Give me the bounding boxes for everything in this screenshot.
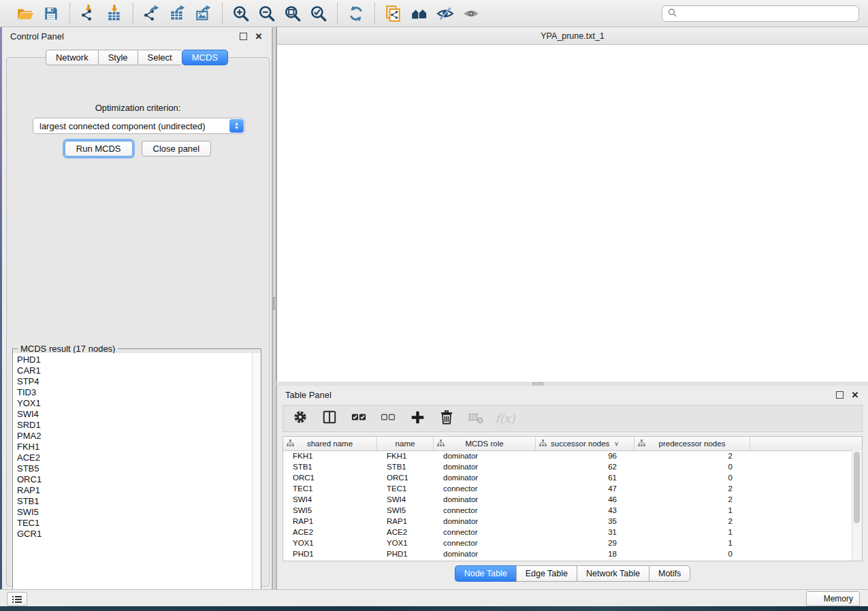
zoom-fit-button[interactable] (282, 3, 304, 24)
close-panel-button[interactable]: Close panel (142, 141, 212, 156)
mcds-result-item[interactable]: TEC1 (17, 518, 253, 529)
task-history-button[interactable] (7, 592, 27, 606)
mcds-result-item[interactable]: SRD1 (17, 420, 253, 431)
table-row[interactable]: TEC1TEC1connector472 (283, 483, 852, 494)
memory-button[interactable]: Memory (806, 591, 860, 606)
delete-table-button (467, 410, 485, 427)
import-table-button[interactable] (103, 3, 125, 24)
tab-style[interactable]: Style (98, 50, 138, 65)
table-row[interactable]: ACE2ACE2connector311 (283, 527, 852, 538)
table-row[interactable]: STB1STB1dominator620 (283, 461, 852, 472)
network-window-title: YPA_prune.txt_1 (541, 31, 605, 41)
window-minimize-icon[interactable] (298, 31, 306, 40)
mcds-result-item[interactable]: RAP1 (17, 485, 253, 496)
float-panel-icon[interactable] (238, 31, 248, 41)
mcds-result-item[interactable]: GCR1 (17, 529, 253, 540)
search-box[interactable] (662, 5, 859, 22)
refresh-button[interactable] (345, 3, 367, 24)
column-label: name (396, 440, 415, 448)
open-folder-button[interactable] (14, 3, 36, 24)
delete-button[interactable] (438, 410, 455, 427)
table-scrollbar[interactable] (852, 450, 862, 561)
table-row[interactable]: SWI5SWI5connector431 (283, 505, 852, 516)
criterion-select[interactable]: largest connected component (undirected)… (33, 118, 245, 134)
tab-mcds[interactable]: MCDS (182, 50, 228, 65)
zoom-selected-button[interactable] (308, 3, 329, 24)
close-table-panel-icon[interactable]: ✕ (850, 390, 860, 399)
refresh-icon (347, 5, 365, 22)
table-row[interactable]: RAP1RAP1dominator352 (283, 516, 852, 527)
tab-network[interactable]: Network (46, 50, 98, 65)
tab-network-table[interactable]: Network Table (577, 565, 649, 582)
hide-selection-icon (436, 5, 454, 22)
mcds-result-item[interactable]: SWI4 (17, 409, 253, 420)
window-zoom-icon[interactable] (312, 31, 321, 40)
show-columns-button[interactable] (321, 410, 338, 427)
mcds-result-item[interactable]: STB5 (17, 463, 253, 474)
cell-mcds_role: connector (434, 528, 536, 536)
tab-edge-table[interactable]: Edge Table (516, 565, 577, 582)
deselect-all-button[interactable] (379, 410, 397, 427)
table-row[interactable]: ORC1ORC1dominator610 (283, 472, 852, 483)
cell-mcds_role: dominator (434, 452, 536, 460)
zoom-out-button[interactable] (256, 3, 278, 24)
window-close-icon[interactable] (283, 31, 292, 40)
save-button[interactable] (40, 3, 62, 24)
column-header-predecessor-nodes[interactable]: predecessor nodes (634, 437, 750, 450)
export-image-button[interactable] (193, 3, 214, 24)
mcds-result-item[interactable]: ORC1 (17, 474, 253, 485)
mcds-result-item[interactable]: CAR1 (17, 365, 253, 376)
select-all-button[interactable] (350, 410, 368, 427)
show-all-button[interactable] (460, 3, 482, 24)
column-header-name[interactable]: name (377, 437, 434, 450)
mcds-result-item[interactable]: PMA2 (17, 431, 253, 442)
column-header-shared-name[interactable]: shared name (283, 437, 377, 450)
export-table-button[interactable] (167, 3, 189, 24)
table-scrollbar-thumb[interactable] (854, 452, 860, 523)
network-window-titlebar[interactable]: YPA_prune.txt_1 (277, 27, 868, 45)
table-row[interactable]: SWI4SWI4dominator462 (283, 494, 852, 505)
first-neighbors-button[interactable] (408, 3, 430, 24)
mcds-result-item[interactable]: TID3 (17, 387, 253, 398)
tab-motifs[interactable]: Motifs (649, 565, 690, 582)
cell-shared_name: FKH1 (283, 452, 377, 460)
hide-selection-button[interactable] (434, 3, 456, 24)
mcds-result-item[interactable]: PHD1 (17, 354, 253, 365)
mcds-result-item[interactable]: ACE2 (17, 452, 253, 463)
table-row[interactable]: YOX1YOX1connector291 (283, 538, 852, 548)
network-view-window: YPA_prune.txt_1 (276, 27, 868, 382)
cell-successor_nodes: 31 (536, 528, 634, 536)
network-canvas[interactable] (277, 45, 868, 382)
mcds-result-item[interactable]: STP4 (17, 376, 253, 387)
mcds-list-scrollbar[interactable] (252, 353, 261, 596)
search-input[interactable] (681, 8, 853, 19)
mcds-result-item[interactable]: SWI5 (17, 507, 253, 518)
table-row[interactable]: FKH1FKH1dominator962 (283, 450, 852, 461)
mcds-result-list[interactable]: PHD1CAR1STP4TID3YOX1SWI4SRD1PMA2FKH1ACE2… (13, 353, 253, 596)
export-network-button[interactable] (141, 3, 163, 24)
sort-desc-icon: ∨ (614, 440, 619, 447)
column-type-icon (539, 440, 547, 448)
float-table-panel-icon[interactable] (835, 390, 844, 399)
toolbar-group (69, 3, 133, 24)
cell-name: YOX1 (377, 539, 434, 547)
import-network-button[interactable] (78, 3, 99, 24)
zoom-in-button[interactable] (230, 3, 252, 24)
table-settings-gear-button[interactable] (291, 410, 309, 427)
mcds-result-item[interactable]: YOX1 (17, 398, 253, 409)
cell-predecessor_nodes: 1 (634, 506, 750, 514)
cell-mcds_role: connector (434, 506, 536, 514)
close-panel-icon[interactable]: ✕ (254, 31, 263, 41)
cell-shared_name: ACE2 (283, 528, 377, 536)
add-button[interactable] (408, 410, 426, 427)
clone-network-button[interactable] (383, 3, 404, 24)
tab-select[interactable]: Select (138, 50, 182, 65)
column-header-successor-nodes[interactable]: successor nodes∨ (536, 437, 634, 450)
column-label: MCDS role (465, 440, 503, 448)
table-row[interactable]: PHD1PHD1dominator180 (283, 548, 852, 559)
run-mcds-button[interactable]: Run MCDS (65, 141, 133, 156)
tab-node-table[interactable]: Node Table (455, 565, 516, 582)
mcds-result-item[interactable]: FKH1 (17, 442, 253, 452)
column-header-MCDS-role[interactable]: MCDS role (434, 437, 536, 450)
mcds-result-item[interactable]: STB1 (17, 496, 253, 507)
